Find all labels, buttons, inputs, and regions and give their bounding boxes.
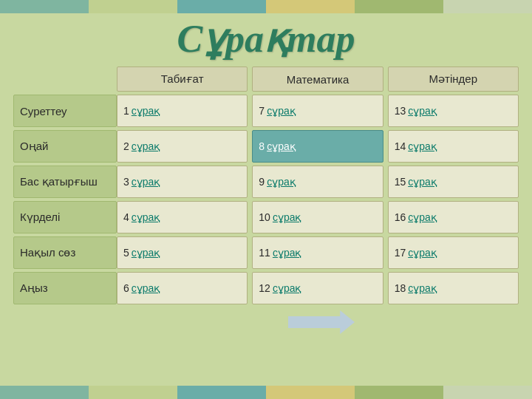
category-bas: Бас қатырғыш: [13, 166, 117, 198]
col-header-matinder: Мәтіндер: [388, 66, 519, 92]
main-content: Суреттеу Оңай Бас қатырғыш Күрделі Нақыл…: [0, 66, 532, 304]
bottom-bar-seg-5: [355, 386, 443, 399]
cell-10[interactable]: 10 сұрақ: [252, 201, 383, 233]
cell-12[interactable]: 12 сұрақ: [252, 272, 383, 304]
top-bar-seg-3: [177, 0, 266, 13]
cell-13[interactable]: 13 сұрақ: [388, 95, 519, 127]
category-kurdeli: Күрделі: [13, 201, 117, 233]
cell-8[interactable]: 8 сұрақ: [252, 130, 383, 163]
category-nakyl: Нақыл сөз: [13, 236, 117, 269]
cell-16[interactable]: 16 сұрақ: [388, 201, 519, 233]
cell-2[interactable]: 2 сұрақ: [117, 130, 248, 163]
bottom-bar-seg-4: [266, 386, 355, 399]
bottom-bar-seg-3: [177, 386, 266, 399]
bottom-bar-seg-6: [443, 386, 532, 399]
cell-5[interactable]: 5 сұрақ: [117, 236, 248, 269]
bottom-bar-seg-1: [0, 386, 89, 399]
top-bar-seg-4: [266, 0, 355, 13]
cell-14[interactable]: 14 сұрақ: [388, 130, 519, 163]
cell-1[interactable]: 1 сұрақ: [117, 95, 248, 127]
category-ongay: Оңай: [13, 130, 117, 163]
category-column: Суреттеу Оңай Бас қатырғыш Күрделі Нақыл…: [13, 95, 117, 304]
category-suretteу: Суреттеу: [13, 95, 117, 127]
page-title: Сұрақтар: [0, 16, 532, 61]
question-grid: Табиғат 1 сұрақ 2 сұрақ 3 сұрақ 4 сұрақ …: [117, 66, 519, 304]
cell-15[interactable]: 15 сұрақ: [388, 166, 519, 198]
next-arrow[interactable]: [288, 310, 355, 334]
top-bar-seg-2: [89, 0, 177, 13]
cell-9[interactable]: 9 сұрақ: [252, 166, 383, 198]
top-bar-seg-1: [0, 0, 89, 13]
col-header-tabigat: Табиғат: [117, 66, 248, 92]
col-math: Математика 7 сұрақ 8 сұрақ 9 сұрақ 10 сұ…: [252, 66, 383, 304]
col-matinder: Мәтіндер 13 сұрақ 14 сұрақ 15 сұрақ 16 с…: [388, 66, 519, 304]
cell-18[interactable]: 18 сұрақ: [388, 272, 519, 304]
cell-3[interactable]: 3 сұрақ: [117, 166, 248, 198]
top-bar-seg-5: [355, 0, 443, 13]
col-header-math: Математика: [252, 66, 383, 92]
cell-11[interactable]: 11 сұрақ: [252, 236, 383, 269]
cell-4[interactable]: 4 сұрақ: [117, 201, 248, 233]
col-tabigat: Табиғат 1 сұрақ 2 сұрақ 3 сұрақ 4 сұрақ …: [117, 66, 248, 304]
top-decorative-bar: [0, 0, 532, 13]
top-bar-seg-6: [443, 0, 532, 13]
bottom-bar-seg-2: [89, 386, 177, 399]
cell-7[interactable]: 7 сұрақ: [252, 95, 383, 127]
bottom-decorative-bar: [0, 386, 532, 399]
cell-6[interactable]: 6 сұрақ: [117, 272, 248, 304]
cell-17[interactable]: 17 сұрақ: [388, 236, 519, 269]
category-anyz: Аңыз: [13, 272, 117, 304]
bottom-navigation: [0, 310, 532, 334]
